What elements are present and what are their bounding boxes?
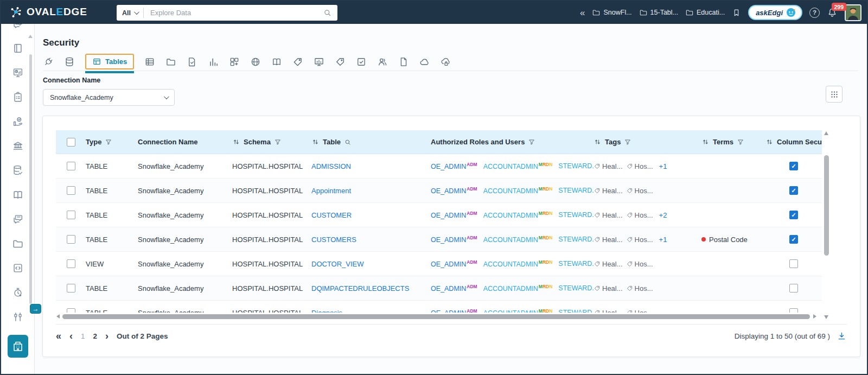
table-link[interactable]: CUSTOMERS: [311, 236, 356, 244]
row-checkbox[interactable]: [67, 284, 75, 293]
role-accountadmin[interactable]: ACCOUNTADMINMRDN: [483, 235, 553, 244]
tag-chip[interactable]: Hos...: [626, 236, 653, 244]
glossary-book-icon[interactable]: [11, 188, 24, 201]
role-accountadmin[interactable]: ACCOUNTADMINMRDN: [483, 259, 553, 268]
vertical-scroll-thumb[interactable]: [824, 155, 829, 256]
row-checkbox[interactable]: [67, 186, 75, 195]
row-checkbox[interactable]: [67, 235, 75, 244]
clipboard-icon[interactable]: [11, 91, 24, 104]
role-accountadmin[interactable]: ACCOUNTADMINMRDN: [483, 162, 553, 170]
cloud-lock-icon[interactable]: [441, 56, 451, 67]
search-scope-dropdown[interactable]: All: [117, 5, 143, 21]
task-check-icon[interactable]: [356, 56, 367, 67]
page-number-2[interactable]: 2: [93, 332, 98, 340]
role-oe-admin[interactable]: OE_ADMINADM: [431, 259, 477, 268]
breadcrumb-item-2[interactable]: 15-Tabl...: [639, 8, 678, 17]
column-security-checkbox[interactable]: [789, 211, 798, 219]
sort-icon[interactable]: [701, 138, 710, 146]
role-steward[interactable]: STEWARD...: [558, 260, 593, 268]
role-steward[interactable]: STEWARD...: [558, 309, 593, 313]
tools-icon[interactable]: [11, 310, 24, 323]
search-icon[interactable]: [323, 8, 332, 17]
tag-badge-icon[interactable]: [292, 56, 303, 67]
role-steward[interactable]: STEWARD...: [558, 211, 593, 219]
select-all-checkbox[interactable]: [67, 138, 75, 147]
tab-tables-active[interactable]: Tables: [85, 54, 134, 69]
prev-page-button[interactable]: ‹: [69, 331, 73, 341]
folder-icon[interactable]: [11, 237, 24, 250]
tag-chip[interactable]: Heal...: [593, 309, 623, 313]
table-icon[interactable]: [144, 56, 155, 67]
file-report-icon[interactable]: [187, 56, 197, 67]
approval-hand-icon[interactable]: [11, 115, 24, 128]
role-oe-admin[interactable]: OE_ADMINADM: [431, 162, 477, 170]
tag-chip[interactable]: Heal...: [593, 260, 623, 268]
column-security-checkbox[interactable]: [789, 284, 798, 293]
notebook-icon[interactable]: [11, 42, 24, 55]
users-icon[interactable]: [377, 56, 388, 67]
tag-icon[interactable]: [335, 56, 346, 67]
tag-chip[interactable]: Hos...: [626, 211, 653, 219]
horizontal-scrollbar[interactable]: [56, 313, 822, 320]
filter-icon[interactable]: [274, 138, 282, 146]
tag-chip[interactable]: Heal...: [593, 211, 623, 219]
ask-edgi-button[interactable]: askEdgi: [748, 5, 802, 20]
column-security-checkbox[interactable]: [789, 186, 798, 195]
more-tags-link[interactable]: +2: [659, 211, 667, 219]
column-settings-button[interactable]: [826, 86, 843, 103]
components-icon[interactable]: [229, 56, 240, 67]
role-oe-admin[interactable]: OE_ADMINADM: [431, 186, 477, 195]
column-security-checkbox[interactable]: [789, 259, 798, 268]
tag-chip[interactable]: Heal...: [593, 284, 623, 293]
building-icon-selected[interactable]: [8, 335, 28, 358]
scroll-down-arrow[interactable]: [824, 315, 828, 319]
role-accountadmin[interactable]: ACCOUNTADMINMRDN: [483, 211, 553, 219]
role-steward[interactable]: STEWARD...: [558, 162, 593, 170]
tag-chip[interactable]: Heal...: [593, 162, 623, 170]
scroll-right-arrow[interactable]: [813, 314, 816, 319]
sort-icon[interactable]: [765, 138, 774, 146]
query-code-icon[interactable]: [11, 262, 24, 275]
first-page-button[interactable]: «: [56, 331, 61, 341]
role-accountadmin[interactable]: ACCOUNTADMINMRDN: [483, 308, 553, 313]
filter-icon[interactable]: [624, 138, 631, 146]
sort-icon[interactable]: [232, 138, 240, 146]
sidebar-expand-button[interactable]: →: [30, 304, 41, 314]
table-link[interactable]: Appointment: [311, 187, 351, 195]
tag-chip[interactable]: Heal...: [593, 187, 623, 195]
connection-name-select[interactable]: Snowflake_Academy: [43, 89, 175, 106]
report-monitor-icon[interactable]: [11, 66, 24, 79]
row-checkbox[interactable]: [67, 259, 75, 268]
table-link[interactable]: Diagnosis: [311, 309, 342, 313]
data-quality-db-icon[interactable]: [11, 164, 24, 177]
more-tags-link[interactable]: +1: [659, 236, 667, 244]
help-icon[interactable]: ?: [809, 8, 820, 18]
row-checkbox[interactable]: [67, 162, 75, 170]
table-link[interactable]: DQIMPACTEDRULEOBJECTS: [311, 284, 409, 293]
sort-icon[interactable]: [311, 138, 320, 146]
role-accountadmin[interactable]: ACCOUNTADMINMRDN: [483, 284, 553, 293]
table-link[interactable]: DOCTOR_VIEW: [311, 260, 364, 268]
tag-chip[interactable]: Heal...: [593, 236, 623, 244]
ovaledge-logo[interactable]: OVALEDGE: [9, 5, 87, 19]
horizontal-scroll-thumb[interactable]: [62, 314, 810, 319]
chat-partial-icon[interactable]: [11, 24, 24, 30]
more-tags-link[interactable]: +1: [659, 162, 667, 170]
column-security-checkbox[interactable]: [789, 162, 798, 170]
tag-chip[interactable]: Hos...: [626, 309, 653, 313]
collapse-breadcrumb-icon[interactable]: «: [580, 8, 585, 17]
breadcrumb-item-1[interactable]: SnowFl...: [592, 8, 631, 17]
globe-icon[interactable]: [250, 56, 261, 67]
search-input[interactable]: Explore Data: [144, 9, 323, 17]
filter-icon[interactable]: [528, 138, 535, 146]
role-steward[interactable]: STEWARD...: [558, 236, 593, 243]
tag-chip[interactable]: Hos...: [626, 162, 653, 170]
chat-icon[interactable]: [11, 213, 24, 226]
breadcrumb-item-3[interactable]: Educati...: [685, 8, 725, 17]
column-security-checkbox[interactable]: [789, 235, 798, 244]
column-security-checkbox[interactable]: [789, 308, 798, 313]
role-accountadmin[interactable]: ACCOUNTADMINMRDN: [483, 186, 553, 195]
cloud-icon[interactable]: [419, 56, 430, 67]
folder-tab-icon[interactable]: [165, 56, 176, 67]
scroll-up-arrow[interactable]: [824, 131, 828, 135]
